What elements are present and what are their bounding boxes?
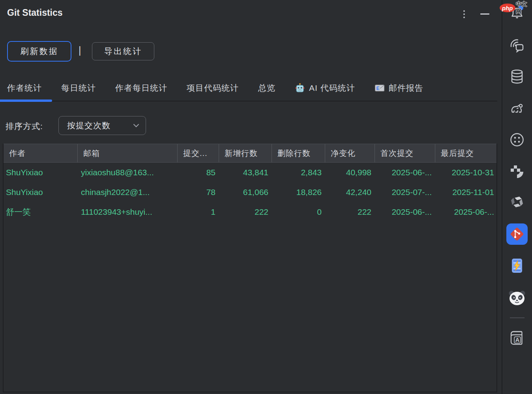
author-stats-table: 作者 邮箱 提交... 新增行数 删除行数 净变化 首次提交 最后提交 ShuY… — [3, 144, 497, 392]
toolbar-divider: | — [79, 45, 81, 56]
watermark-text: 中文网 — [516, 1, 532, 15]
kebab-menu-icon[interactable] — [459, 9, 469, 20]
tab-daily-stats[interactable]: 每日统计 — [61, 83, 96, 94]
geometric-knot-icon[interactable] — [508, 195, 526, 212]
gradle-elephant-icon[interactable] — [508, 99, 526, 117]
database-icon[interactable] — [508, 68, 526, 85]
sidebar-divider — [510, 317, 525, 318]
dictionary-book-icon[interactable]: A — [508, 329, 526, 347]
tab-email-report[interactable]: E 邮件报告 — [375, 83, 423, 94]
table-row[interactable]: ShuYixiao yixiaoshu88@163... 85 43,841 2… — [4, 163, 496, 182]
plugin-shape-icon[interactable] — [508, 163, 526, 180]
php-cn-watermark: php 中文网 — [500, 1, 532, 15]
column-header-author[interactable]: 作者 — [4, 144, 77, 162]
table-row[interactable]: ShuYixiao chinasjh2022@1... 78 61,066 18… — [4, 182, 496, 202]
table-row[interactable]: 舒一笑 111023943+shuyi... 1 222 0 222 2025-… — [4, 202, 496, 222]
column-header-lines-deleted[interactable]: 删除行数 — [272, 144, 325, 162]
svg-text:E: E — [376, 86, 380, 91]
sort-dropdown-value: 按提交次数 — [67, 120, 133, 131]
active-tab-underline — [0, 99, 52, 102]
table-header-row: 作者 邮箱 提交... 新增行数 删除行数 净变化 首次提交 最后提交 — [4, 144, 496, 163]
svg-text:A: A — [515, 336, 520, 343]
tab-project-code-stats[interactable]: 项目代码统计 — [187, 83, 239, 94]
dots-circle-icon[interactable] — [508, 131, 526, 148]
tab-ai-code-stats[interactable]: AI 代码统计 — [295, 83, 355, 94]
refresh-data-button[interactable]: 刷新数据 — [7, 41, 71, 62]
php-logo: php — [500, 4, 515, 12]
git-statistics-icon[interactable] — [506, 223, 528, 245]
lightning-document-icon[interactable] — [508, 257, 526, 274]
tool-window-stripe: A — [502, 0, 532, 394]
minimize-icon[interactable] — [478, 9, 491, 19]
chevron-down-icon — [133, 124, 139, 128]
chat-signal-icon[interactable] — [508, 37, 526, 54]
column-header-email[interactable]: 邮箱 — [77, 144, 177, 162]
tab-bar: 作者统计 每日统计 作者每日统计 项目代码统计 总览 — [0, 77, 497, 104]
sort-dropdown[interactable]: 按提交次数 — [58, 116, 146, 135]
tab-author-stats[interactable]: 作者统计 — [7, 83, 42, 94]
column-header-lines-added[interactable]: 新增行数 — [219, 144, 272, 162]
tab-overview[interactable]: 总览 — [258, 83, 275, 94]
column-header-last-commit[interactable]: 最后提交 — [435, 144, 497, 162]
column-header-first-commit[interactable]: 首次提交 — [375, 144, 435, 162]
sort-label: 排序方式: — [6, 121, 43, 132]
panda-icon[interactable] — [508, 289, 526, 307]
email-icon: E — [375, 83, 385, 93]
tab-hairline — [0, 101, 497, 101]
export-stats-button[interactable]: 导出统计 — [92, 42, 154, 60]
robot-icon — [295, 83, 305, 93]
git-statistics-panel: Git Statistics 刷新数据 | 导出统计 作者统计 每日统计 作者每… — [0, 0, 502, 394]
tab-author-daily-stats[interactable]: 作者每日统计 — [115, 83, 167, 94]
column-header-net-change[interactable]: 净变化 — [325, 144, 375, 162]
page-title: Git Statistics — [7, 8, 63, 18]
column-header-commits[interactable]: 提交... — [177, 144, 219, 162]
